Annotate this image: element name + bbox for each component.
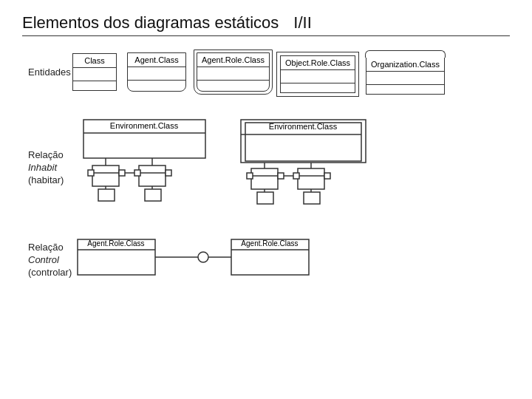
svg-rect-28 — [298, 168, 324, 189]
class-methods — [73, 81, 116, 90]
svg-text:Environment.Class: Environment.Class — [269, 122, 338, 131]
control-paren: (controlar) — [28, 267, 72, 278]
org-name: Organization.Class — [366, 58, 444, 72]
svg-rect-7 — [119, 170, 125, 176]
inhabit-paren: (habitar) — [28, 174, 64, 185]
object-role-attributes — [281, 70, 355, 83]
agent-class-box: Agent.Class — [127, 52, 186, 92]
svg-rect-12 — [166, 170, 171, 176]
svg-rect-26 — [247, 173, 253, 179]
page: Elementos dos diagramas estáticos I/II E… — [0, 0, 532, 298]
svg-point-42 — [198, 252, 208, 262]
org-attributes — [366, 72, 444, 85]
agent-role-name: Agent.Role.Class — [197, 53, 269, 67]
svg-rect-31 — [293, 173, 299, 179]
header-divider — [22, 35, 510, 36]
svg-rect-34 — [257, 192, 273, 204]
control-label: Relação Control (controlar) — [28, 242, 76, 279]
svg-rect-23 — [251, 168, 278, 189]
org-methods — [366, 85, 444, 94]
agent-role-entity: Agent.Role.Class — [197, 52, 270, 92]
control-diagram: Agent.Role.Class Agent.Role.Class — [76, 236, 342, 284]
svg-rect-8 — [139, 166, 166, 186]
inhabit-label: Relação Inhabit (habitar) — [28, 118, 76, 187]
object-role-name: Object.Role.Class — [281, 56, 355, 70]
org-top-arc — [365, 50, 446, 58]
svg-rect-3 — [92, 166, 119, 186]
svg-rect-16 — [145, 189, 161, 201]
object-role-entity: Object.Role.Class — [280, 55, 355, 93]
inhabit-diagram-2: Environment.Class — [235, 118, 372, 214]
class-box: Class — [72, 53, 117, 91]
svg-rect-36 — [304, 192, 320, 204]
inhabit-section: Relação Inhabit (habitar) Environment.Cl… — [28, 118, 510, 214]
agent-role-methods — [197, 81, 269, 91]
class-attributes — [73, 68, 116, 81]
control-label-text: Relação — [28, 242, 64, 253]
control-section: Relação Control (controlar) Agent.Role.C… — [28, 236, 510, 284]
agent-class-entity: Agent.Class — [127, 52, 186, 92]
svg-rect-11 — [134, 170, 140, 176]
svg-rect-32 — [324, 173, 330, 179]
agent-class-name: Agent.Class — [128, 53, 185, 67]
entities-label: Entidades — [28, 66, 72, 78]
org-entity: Organization.Class — [366, 57, 445, 95]
inhabit-diagrams: Environment.Class — [76, 118, 372, 214]
svg-text:Agent.Role.Class: Agent.Role.Class — [241, 239, 298, 248]
inhabit-label-text: Relação — [28, 149, 64, 160]
agent-class-attributes — [128, 67, 185, 81]
svg-rect-6 — [88, 170, 94, 176]
object-role-methods — [281, 83, 355, 92]
object-role-box: Object.Role.Class — [280, 55, 355, 93]
agent-role-attributes — [197, 67, 269, 81]
svg-text:Environment.Class: Environment.Class — [110, 121, 179, 130]
control-italic: Control — [28, 254, 59, 265]
svg-rect-14 — [98, 189, 115, 201]
agent-role-box: Agent.Role.Class — [197, 52, 270, 92]
inhabit-diagram-1: Environment.Class — [76, 118, 213, 214]
slide-number: I/II — [293, 13, 311, 33]
org-box: Organization.Class — [366, 57, 445, 95]
inhabit-italic: Inhabit — [28, 162, 57, 173]
class-name: Class — [73, 54, 116, 68]
svg-text:Agent.Role.Class: Agent.Role.Class — [87, 239, 144, 248]
header: Elementos dos diagramas estáticos I/II — [22, 13, 510, 33]
svg-rect-27 — [278, 173, 284, 179]
class-entity: Class — [72, 53, 117, 91]
agent-class-methods — [128, 81, 185, 91]
page-title: Elementos dos diagramas estáticos — [22, 13, 279, 33]
